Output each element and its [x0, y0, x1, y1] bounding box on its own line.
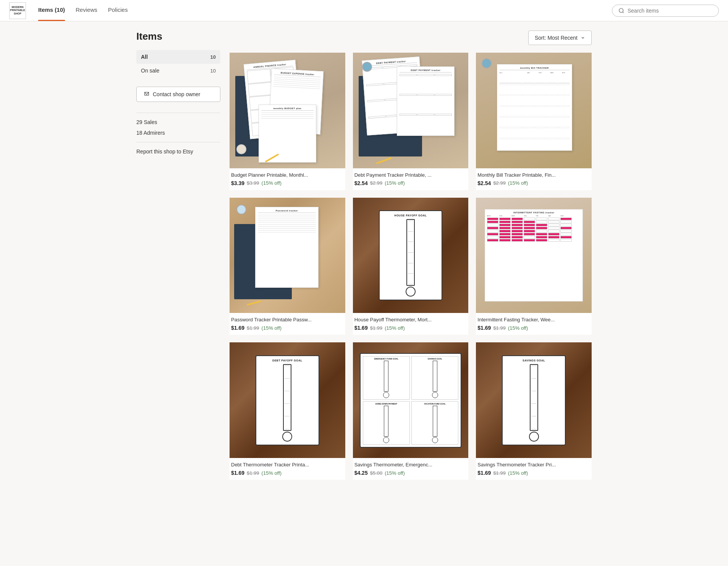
item-image: INTERMITTENT FASTING tracker MON TUE WED… [476, 198, 592, 313]
item-pricing: $4.25 $5.00 (15% off) [354, 470, 467, 476]
items-grid: ANNUAL FINANCE tracker BU [230, 53, 592, 480]
item-image: monthly Bill TRACKER BILL JAN FEB MAR AP… [476, 53, 592, 168]
item-card[interactable]: DEBT PAYMENT tracker DEBT PAYMENT tracke… [353, 53, 469, 190]
item-discount: (15% off) [262, 180, 282, 186]
report-shop-link[interactable]: Report this shop to Etsy [136, 148, 193, 155]
item-info: Budget Planner Printable, Monthl... $3.3… [230, 168, 345, 190]
item-card[interactable]: Password tracker [230, 198, 345, 335]
item-image: DEBT PAYMENT tracker DEBT PAYMENT tracke… [353, 53, 469, 168]
item-card[interactable]: ANNUAL FINANCE tracker BU [230, 53, 345, 190]
item-original-price: $1.99 [247, 470, 259, 476]
item-original-price: $5.00 [370, 470, 383, 476]
item-original-price: $2.99 [493, 180, 506, 186]
search-input[interactable] [628, 8, 712, 14]
chevron-down-icon [581, 35, 585, 40]
filter-list: All 10 On sale 10 [136, 50, 220, 77]
item-pricing: $3.39 $3.99 (15% off) [231, 180, 344, 186]
item-info: Debt Thermometer Tracker Printa... $1.69… [230, 458, 345, 480]
page-title: Items [136, 31, 220, 42]
item-pricing: $1.69 $1.99 (15% off) [231, 325, 344, 331]
svg-line-1 [623, 12, 624, 13]
item-info: Monthly Bill Tracker Printable, Fin... $… [476, 168, 592, 190]
item-price: $4.25 [354, 470, 368, 476]
item-card[interactable]: INTERMITTENT FASTING tracker MON TUE WED… [476, 198, 592, 335]
items-area: Sort: Most Recent ANNUAL FINANCE tracker [230, 31, 592, 480]
item-original-price: $2.99 [370, 180, 383, 186]
item-title: Debt Thermometer Tracker Printa... [231, 462, 344, 468]
item-original-price: $1.99 [370, 325, 383, 331]
sidebar: Items All 10 On sale 10 Contact shop own… [136, 31, 220, 480]
tab-policies[interactable]: Policies [108, 0, 128, 21]
item-original-price: $3.99 [247, 180, 259, 186]
item-pricing: $1.69 $1.99 (15% off) [231, 470, 344, 476]
nav-tabs: Items (10) Reviews Policies [38, 0, 128, 21]
item-image: SAVINGS GOAL [476, 342, 592, 458]
item-discount: (15% off) [385, 325, 405, 331]
item-discount: (15% off) [262, 470, 282, 476]
item-info: Debt Payment Tracker Printable, ... $2.5… [353, 168, 469, 190]
item-card[interactable]: HOUSE PAYOFF GOAL [353, 198, 469, 335]
filter-on-sale[interactable]: On sale 10 [136, 64, 220, 77]
item-info: Password Tracker Printable Passw... $1.6… [230, 313, 345, 335]
item-title: Savings Thermometer Tracker Pri... [477, 462, 590, 468]
item-price: $2.54 [477, 180, 491, 186]
item-info: Savings Thermometer Tracker Pri... $1.69… [476, 458, 592, 480]
contact-shop-owner-button[interactable]: Contact shop owner [136, 87, 220, 102]
item-price: $1.69 [231, 470, 244, 476]
item-card[interactable]: SAVINGS GOAL [476, 342, 592, 480]
item-image: DEBT PAYOFF GOAL [230, 342, 345, 458]
item-image: EMERGENCY FUND GOAL SAVINGS GOAL [353, 342, 469, 458]
item-card[interactable]: EMERGENCY FUND GOAL SAVINGS GOAL [353, 342, 469, 480]
svg-point-0 [619, 8, 623, 13]
item-image: Password tracker [230, 198, 345, 313]
item-price: $1.69 [477, 470, 491, 476]
item-price: $1.69 [231, 325, 244, 331]
sidebar-divider-1 [136, 113, 220, 113]
item-original-price: $1.99 [493, 470, 506, 476]
item-title: Savings Thermometer, Emergenc... [354, 462, 467, 468]
search-icon [618, 8, 624, 14]
item-title: Password Tracker Printable Passw... [231, 317, 344, 323]
tab-items[interactable]: Items (10) [38, 0, 65, 21]
item-pricing: $1.69 $1.99 (15% off) [477, 325, 590, 331]
item-card[interactable]: DEBT PAYOFF GOAL [230, 342, 345, 480]
sort-button[interactable]: Sort: Most Recent [528, 31, 592, 45]
item-price: $1.69 [477, 325, 491, 331]
item-discount: (15% off) [385, 180, 405, 186]
tab-reviews[interactable]: Reviews [76, 0, 97, 21]
item-pricing: $1.69 $1.99 (15% off) [354, 325, 467, 331]
item-original-price: $1.99 [247, 325, 259, 331]
item-price: $3.39 [231, 180, 244, 186]
item-original-price: $1.99 [493, 325, 506, 331]
items-header: Sort: Most Recent [230, 31, 592, 45]
item-info: Savings Thermometer, Emergenc... $4.25 $… [353, 458, 469, 480]
item-price: $2.54 [354, 180, 368, 186]
item-discount: (15% off) [508, 180, 528, 186]
item-discount: (15% off) [385, 470, 405, 476]
item-info: Intermittent Fasting Tracker, Wee... $1.… [476, 313, 592, 335]
item-title: Intermittent Fasting Tracker, Wee... [477, 317, 590, 323]
sales-stat: 29 Sales [136, 119, 220, 125]
search-container [612, 5, 719, 17]
item-title: Debt Payment Tracker Printable, ... [354, 172, 467, 178]
item-info: House Payoff Thermometer, Mort... $1.69 … [353, 313, 469, 335]
site-header: MODERN PRINTABLE SHOP Items (10) Reviews… [0, 0, 728, 21]
item-title: Monthly Bill Tracker Printable, Fin... [477, 172, 590, 178]
main-content: Items All 10 On sale 10 Contact shop own… [127, 21, 601, 489]
item-discount: (15% off) [508, 470, 528, 476]
shop-logo[interactable]: MODERN PRINTABLE SHOP [9, 2, 26, 19]
item-pricing: $2.54 $2.99 (15% off) [477, 180, 590, 186]
item-price: $1.69 [354, 325, 368, 331]
item-title: House Payoff Thermometer, Mort... [354, 317, 467, 323]
item-title: Budget Planner Printable, Monthl... [231, 172, 344, 178]
item-image: HOUSE PAYOFF GOAL [353, 198, 469, 313]
item-image: ANNUAL FINANCE tracker BU [230, 53, 345, 168]
filter-all[interactable]: All 10 [136, 50, 220, 64]
search-box [612, 5, 719, 17]
sidebar-divider-2 [136, 142, 220, 142]
admirers-stat: 18 Admirers [136, 130, 220, 136]
message-icon [144, 91, 150, 97]
item-pricing: $2.54 $2.99 (15% off) [354, 180, 467, 186]
item-card[interactable]: monthly Bill TRACKER BILL JAN FEB MAR AP… [476, 53, 592, 190]
item-discount: (15% off) [262, 325, 282, 331]
